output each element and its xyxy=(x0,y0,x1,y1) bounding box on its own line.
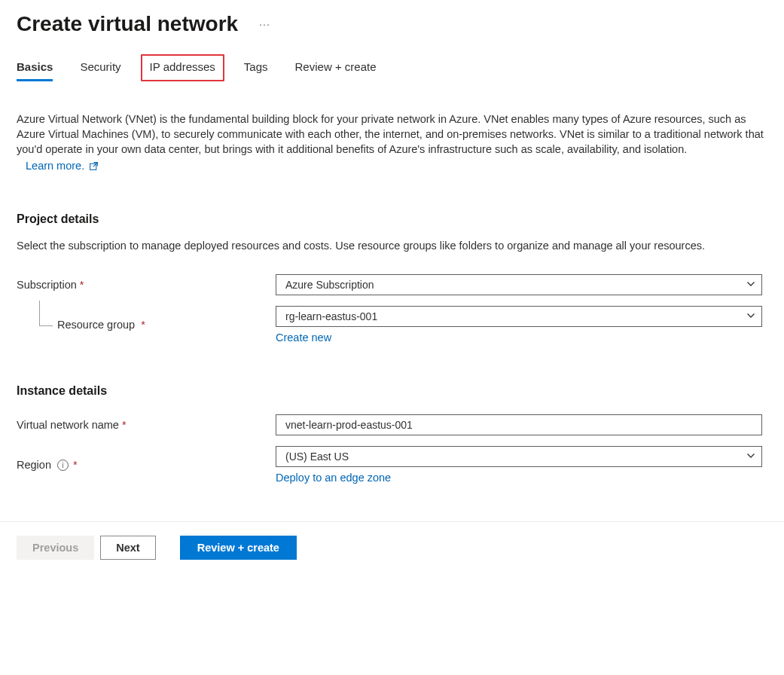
chevron-down-icon xyxy=(746,279,755,291)
subscription-value: Azure Subscription xyxy=(285,279,374,291)
required-indicator: * xyxy=(122,419,127,431)
chevron-down-icon xyxy=(746,451,755,463)
footer: Previous Next Review + create xyxy=(0,521,784,573)
region-value: (US) East US xyxy=(285,451,349,463)
region-dropdown[interactable]: (US) East US xyxy=(276,446,762,467)
more-icon[interactable]: ··· xyxy=(259,18,270,30)
tab-basics[interactable]: Basics xyxy=(17,54,53,81)
tabs: Basics Security IP addresses Tags Review… xyxy=(0,54,784,81)
subscription-label: Subscription xyxy=(17,279,77,291)
required-indicator: * xyxy=(73,459,78,471)
tab-review-create[interactable]: Review + create xyxy=(295,54,377,81)
learn-more-label: Learn more. xyxy=(26,160,84,172)
vnet-name-label: Virtual network name xyxy=(17,419,119,431)
vnet-name-input[interactable] xyxy=(276,414,762,435)
create-new-link[interactable]: Create new xyxy=(276,331,331,344)
tab-security[interactable]: Security xyxy=(80,54,120,81)
learn-more-link[interactable]: Learn more. xyxy=(26,160,99,172)
tab-ip-addresses[interactable]: IP addresses xyxy=(141,54,224,81)
intro-text: Azure Virtual Network (VNet) is the fund… xyxy=(17,111,767,157)
project-details-heading: Project details xyxy=(17,212,767,226)
external-link-icon xyxy=(89,161,99,171)
next-button[interactable]: Next xyxy=(100,536,155,560)
tab-tags[interactable]: Tags xyxy=(244,54,268,81)
required-indicator: * xyxy=(141,319,145,331)
resource-group-value: rg-learn-eastus-001 xyxy=(285,310,377,322)
previous-button: Previous xyxy=(17,536,94,560)
instance-details-heading: Instance details xyxy=(17,384,767,398)
chevron-down-icon xyxy=(746,310,755,322)
review-create-button[interactable]: Review + create xyxy=(180,536,297,560)
info-icon[interactable]: i xyxy=(57,460,69,471)
subscription-dropdown[interactable]: Azure Subscription xyxy=(276,274,762,295)
region-label: Region xyxy=(17,459,51,471)
page-title: Create virtual network xyxy=(17,12,238,36)
tree-connector xyxy=(39,301,53,326)
project-details-desc: Select the subscription to manage deploy… xyxy=(17,238,767,253)
resource-group-label: Resource group xyxy=(57,319,135,331)
edge-zone-link[interactable]: Deploy to an edge zone xyxy=(276,472,391,484)
resource-group-dropdown[interactable]: rg-learn-eastus-001 xyxy=(276,306,762,327)
required-indicator: * xyxy=(80,279,84,291)
